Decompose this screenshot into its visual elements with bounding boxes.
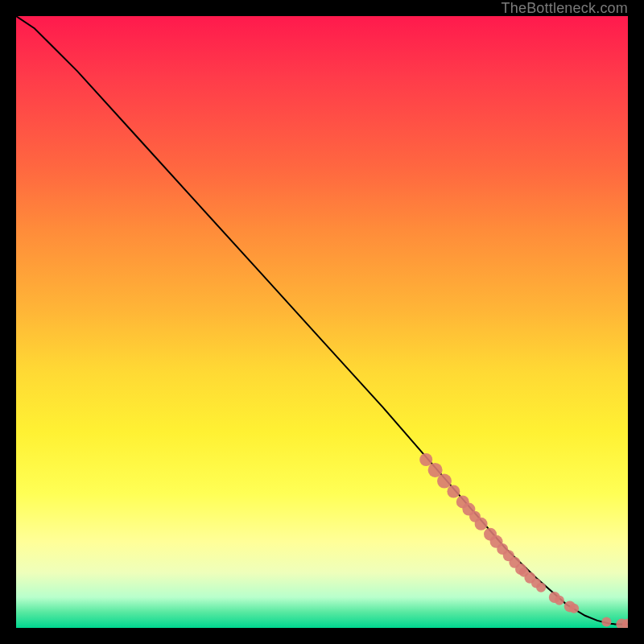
attribution-label: TheBottleneck.com (502, 0, 628, 17)
plot-area (16, 16, 628, 628)
data-point (419, 453, 432, 466)
data-point (569, 604, 579, 613)
data-point (437, 474, 452, 489)
data-point (475, 518, 488, 530)
chart-stage: TheBottleneck.com (0, 0, 644, 644)
data-point (601, 617, 611, 626)
scatter-points (419, 453, 628, 628)
data-point (447, 485, 460, 498)
bottleneck-curve (16, 16, 628, 624)
data-point (536, 583, 546, 592)
data-point (555, 596, 564, 605)
chart-overlay (16, 16, 628, 628)
